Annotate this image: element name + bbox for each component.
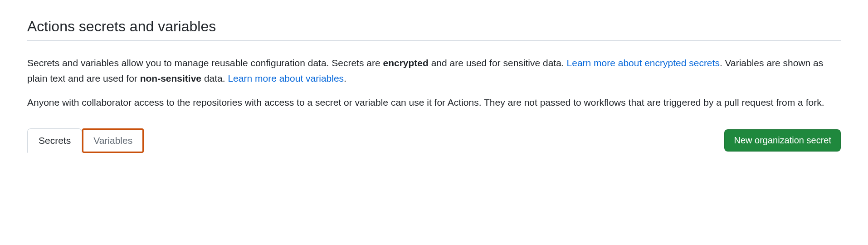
desc-text: and are used for sensitive data.: [429, 58, 567, 68]
desc-text: .: [344, 73, 346, 83]
tabs-container: Secrets Variables: [27, 128, 144, 153]
learn-more-variables-link[interactable]: Learn more about variables: [228, 73, 344, 83]
description-paragraph-1: Secrets and variables allow you to manag…: [27, 55, 841, 86]
tab-variables[interactable]: Variables: [82, 128, 144, 153]
learn-more-secrets-link[interactable]: Learn more about encrypted secrets: [567, 58, 720, 68]
new-organization-secret-button[interactable]: New organization secret: [724, 129, 841, 152]
title-divider: [27, 40, 841, 41]
desc-text: data.: [201, 73, 228, 83]
description-paragraph-2: Anyone with collaborator access to the r…: [27, 95, 841, 110]
desc-bold-encrypted: encrypted: [383, 58, 428, 68]
desc-bold-nonsensitive: non-sensitive: [140, 73, 201, 83]
tab-secrets[interactable]: Secrets: [27, 128, 82, 153]
tabs-row: Secrets Variables New organization secre…: [27, 128, 841, 153]
desc-text: Secrets and variables allow you to manag…: [27, 58, 383, 68]
page-title: Actions secrets and variables: [27, 18, 841, 35]
